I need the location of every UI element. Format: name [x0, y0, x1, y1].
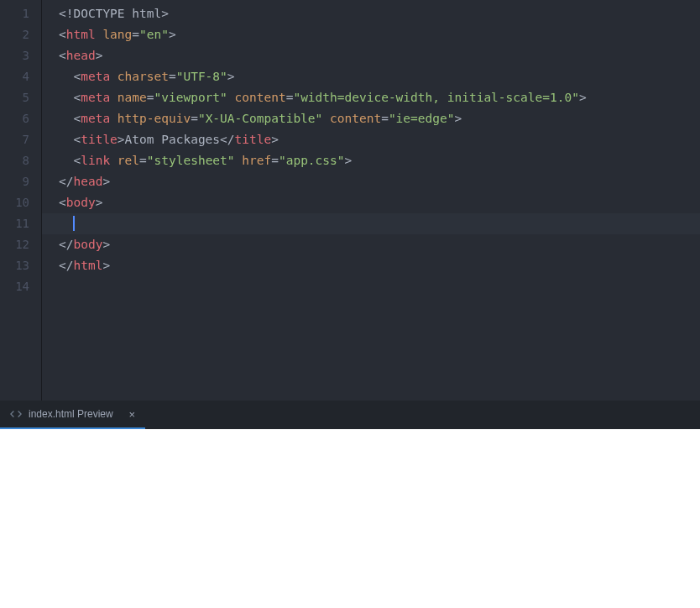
line-number: 13 — [0, 255, 41, 276]
text-cursor — [73, 216, 75, 231]
line-number: 9 — [0, 171, 41, 192]
line-number: 2 — [0, 24, 41, 45]
preview-tab-bar: index.html Preview × — [0, 401, 700, 429]
code-line[interactable]: <body> — [42, 192, 700, 213]
code-line[interactable]: <head> — [42, 45, 700, 66]
close-icon[interactable]: × — [128, 408, 135, 421]
line-number: 8 — [0, 150, 41, 171]
line-number: 10 — [0, 192, 41, 213]
code-line[interactable]: <html lang="en"> — [42, 24, 700, 45]
line-number: 12 — [0, 234, 41, 255]
code-area[interactable]: <!DOCTYPE html><html lang="en"><head> <m… — [42, 0, 700, 401]
code-line[interactable]: <!DOCTYPE html> — [42, 3, 700, 24]
line-number: 7 — [0, 129, 41, 150]
preview-tab-label: index.html Preview — [29, 408, 113, 420]
line-number: 5 — [0, 87, 41, 108]
line-number: 4 — [0, 66, 41, 87]
code-line[interactable]: <meta http-equiv="X-UA-Compatible" conte… — [42, 108, 700, 129]
editor-pane[interactable]: 1234567891011121314 <!DOCTYPE html><html… — [0, 0, 700, 401]
code-line[interactable]: </html> — [42, 255, 700, 276]
code-line[interactable]: </body> — [42, 234, 700, 255]
code-line[interactable]: <meta charset="UTF-8"> — [42, 66, 700, 87]
code-icon — [10, 408, 22, 420]
line-number: 6 — [0, 108, 41, 129]
code-line[interactable]: <meta name="viewport" content="width=dev… — [42, 87, 700, 108]
code-line[interactable] — [42, 276, 700, 297]
preview-tab[interactable]: index.html Preview × — [0, 401, 145, 429]
preview-panel: index.html Preview × — [0, 401, 700, 608]
code-line[interactable] — [42, 213, 700, 234]
code-line[interactable]: <title>Atom Packages</title> — [42, 129, 700, 150]
code-line[interactable]: </head> — [42, 171, 700, 192]
line-number-gutter: 1234567891011121314 — [0, 0, 42, 401]
line-number: 11 — [0, 213, 41, 234]
line-number: 3 — [0, 45, 41, 66]
code-line[interactable]: <link rel="stylesheet" href="app.css"> — [42, 150, 700, 171]
line-number: 1 — [0, 3, 41, 24]
line-number: 14 — [0, 276, 41, 297]
preview-content[interactable] — [0, 429, 700, 608]
